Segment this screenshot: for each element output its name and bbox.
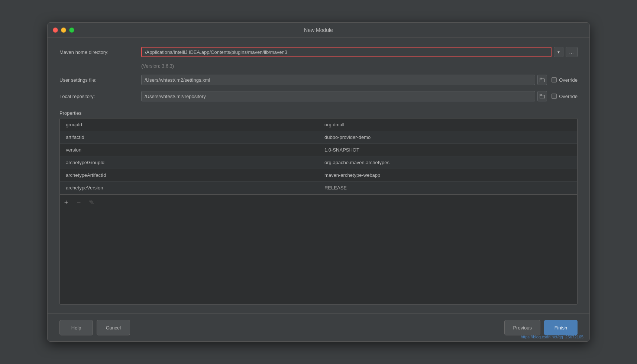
- user-settings-input-container: [141, 75, 547, 85]
- maximize-button[interactable]: [69, 27, 74, 33]
- prop-key-artifactid: artifactId: [60, 134, 318, 140]
- help-button[interactable]: Help: [59, 320, 93, 335]
- prop-key-archetypeartifactid: archetypeArtifactId: [60, 172, 318, 178]
- table-row: archetypeArtifactId maven-archetype-weba…: [60, 169, 577, 182]
- table-row: artifactId dubbo-provider-demo: [60, 131, 577, 144]
- maven-home-dropdown-button[interactable]: ▼: [554, 47, 563, 57]
- prop-key-groupid: groupId: [60, 122, 318, 127]
- local-repo-label: Local repository:: [59, 94, 141, 99]
- maven-home-input[interactable]: [141, 47, 552, 57]
- minimize-button[interactable]: [61, 27, 66, 33]
- table-row: version 1.0-SNAPSHOT: [60, 144, 577, 156]
- finish-button[interactable]: Finish: [544, 320, 578, 335]
- local-repo-input-container: [141, 91, 547, 101]
- new-module-dialog: New Module Maven home directory: ▼ … (Ve…: [47, 22, 590, 342]
- properties-table: groupId org.dmall artifactId dubbo-provi…: [59, 118, 578, 305]
- prop-value-archetypeversion: RELEASE: [318, 185, 577, 191]
- prop-value-archetypegroupid: org.apache.maven.archetypes: [318, 160, 577, 165]
- properties-label: Properties: [59, 110, 578, 116]
- prop-value-groupid: org.dmall: [318, 122, 577, 127]
- user-settings-override-checkbox[interactable]: [552, 77, 557, 82]
- prop-value-version: 1.0-SNAPSHOT: [318, 147, 577, 153]
- table-row: archetypeGroupId org.apache.maven.archet…: [60, 156, 577, 169]
- dialog-content: Maven home directory: ▼ … (Version: 3.6.…: [48, 38, 589, 313]
- watermark-text: https://blog.csdn.net/qq_25672165: [521, 335, 583, 339]
- user-settings-override-label: Override: [559, 77, 578, 83]
- prop-key-archetypegroupid: archetypeGroupId: [60, 160, 318, 165]
- user-settings-row: User settings file: Override: [59, 75, 578, 85]
- local-repo-override-label: Override: [559, 94, 578, 99]
- local-repo-override-container: Override: [552, 94, 578, 99]
- traffic-lights: [53, 27, 74, 33]
- table-row: groupId org.dmall: [60, 118, 577, 131]
- add-property-button[interactable]: +: [61, 198, 71, 207]
- user-settings-label: User settings file:: [59, 77, 141, 83]
- maven-home-label: Maven home directory:: [59, 49, 141, 55]
- cancel-button[interactable]: Cancel: [97, 320, 130, 335]
- close-button[interactable]: [53, 27, 58, 33]
- local-repo-override-checkbox[interactable]: [552, 94, 557, 99]
- user-settings-input[interactable]: [141, 75, 535, 85]
- properties-section: Properties groupId org.dmall artifactId …: [59, 110, 578, 305]
- prop-key-archetypeversion: archetypeVersion: [60, 185, 318, 191]
- previous-button[interactable]: Previous: [504, 320, 540, 335]
- maven-home-row: Maven home directory: ▼ …: [59, 47, 578, 57]
- prop-value-archetypeartifactid: maven-archetype-webapp: [318, 172, 577, 178]
- prop-value-artifactid: dubbo-provider-demo: [318, 134, 577, 140]
- dialog-title: New Module: [304, 27, 333, 33]
- local-repo-browse-button[interactable]: [537, 91, 547, 101]
- maven-home-input-container: ▼ …: [141, 47, 578, 57]
- dialog-footer: Help Cancel Previous Finish: [48, 313, 589, 341]
- edit-property-button[interactable]: ✎: [87, 198, 96, 207]
- local-repo-row: Local repository: Override: [59, 91, 578, 101]
- properties-toolbar: + − ✎: [60, 194, 577, 209]
- footer-right-buttons: Previous Finish: [504, 320, 578, 335]
- user-settings-browse-button[interactable]: [537, 75, 547, 85]
- table-row: archetypeVersion RELEASE: [60, 182, 577, 194]
- user-settings-override-container: Override: [552, 77, 578, 83]
- footer-left-buttons: Help Cancel: [59, 320, 130, 335]
- prop-key-version: version: [60, 147, 318, 153]
- remove-property-button[interactable]: −: [74, 198, 84, 207]
- maven-version-text: (Version: 3.6.3): [141, 63, 578, 69]
- maven-home-browse-button[interactable]: …: [566, 47, 578, 57]
- title-bar: New Module: [48, 23, 589, 38]
- local-repo-input[interactable]: [141, 91, 535, 101]
